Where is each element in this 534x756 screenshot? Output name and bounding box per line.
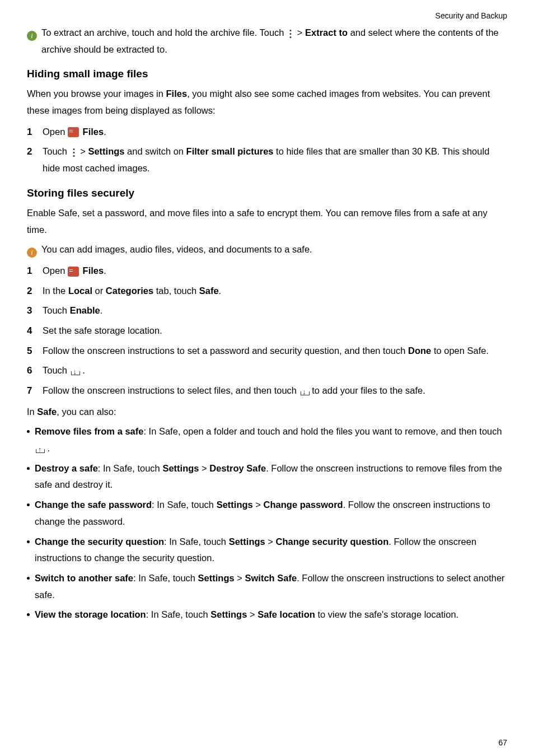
- text: : In Safe, touch: [98, 463, 163, 473]
- bold-text: Files: [83, 265, 104, 276]
- bold-text: Extract to: [305, 27, 348, 38]
- text: and switch on: [125, 146, 186, 156]
- bold-text: Safe: [199, 286, 219, 296]
- text: >: [199, 463, 209, 473]
- list-item: Open Files.: [27, 124, 507, 141]
- bold-text: Settings: [229, 536, 265, 547]
- bold-text: Enable: [70, 305, 100, 315]
- storing-steps-list: Open Files. In the Local or Categories t…: [27, 263, 507, 399]
- document-page: Security and Backup i To extract an arch…: [0, 0, 534, 756]
- text: In the: [43, 286, 68, 296]
- text: Touch: [43, 305, 70, 315]
- text: Open: [43, 265, 68, 276]
- text: >: [247, 609, 257, 619]
- text: , you can also:: [57, 407, 116, 417]
- bold-text: Settings: [210, 609, 247, 619]
- paragraph: In Safe, you can also:: [27, 404, 507, 421]
- bold-text: Switch to another safe: [35, 573, 133, 583]
- text: to view the safe's storage location.: [315, 609, 458, 619]
- bold-text: Settings: [162, 463, 199, 473]
- text: Touch: [43, 146, 70, 156]
- list-item: Follow the onscreen instructions to sele…: [27, 382, 507, 399]
- bold-text: Switch Safe: [245, 573, 297, 583]
- list-item: Set the safe storage location.: [27, 323, 507, 339]
- list-item: Remove files from a safe: In Safe, open …: [27, 423, 507, 456]
- bold-text: Categories: [106, 286, 153, 296]
- list-item: Change the security question: In Safe, t…: [27, 534, 507, 567]
- download-icon: [70, 366, 80, 376]
- text: Open: [43, 127, 68, 137]
- bold-text: Settings: [198, 573, 235, 583]
- text: >: [253, 500, 264, 510]
- text: .: [219, 286, 222, 296]
- text: : In Safe, open a folder and touch and h…: [143, 426, 502, 436]
- bold-text: Settings: [88, 146, 124, 156]
- bold-text: Destroy a safe: [35, 463, 98, 473]
- text: >: [78, 146, 88, 156]
- text: .: [80, 365, 85, 375]
- text: .: [100, 305, 103, 315]
- list-item: Touch > Settings and switch on Filter sm…: [27, 143, 507, 176]
- bold-text: Done: [408, 346, 431, 356]
- more-icon: [70, 147, 78, 157]
- bold-text: Change security question: [276, 536, 389, 547]
- info-icon: i: [27, 248, 37, 258]
- text: tab, touch: [153, 286, 199, 296]
- paragraph: When you browse your images in Files, yo…: [27, 86, 507, 119]
- bold-text: View the storage location: [35, 609, 146, 619]
- list-item: Change the safe password: In Safe, touch…: [27, 497, 507, 530]
- more-icon: [287, 29, 294, 39]
- bold-text: Files: [83, 127, 104, 137]
- bold-text: Safe location: [257, 609, 315, 619]
- text: >: [265, 536, 276, 547]
- list-item: Touch .: [27, 362, 507, 379]
- safe-options-list: Remove files from a safe: In Safe, open …: [27, 423, 507, 623]
- download-icon: [299, 386, 310, 396]
- files-icon: [68, 127, 79, 137]
- list-item: Switch to another safe: In Safe, touch S…: [27, 570, 507, 603]
- text: >: [297, 27, 305, 38]
- bold-text: Filter small pictures: [186, 146, 274, 156]
- bold-text: Settings: [217, 500, 253, 510]
- bold-text: Safe: [37, 407, 57, 417]
- list-item: In the Local or Categories tab, touch Sa…: [27, 283, 507, 300]
- bold-text: Change the safe password: [35, 500, 152, 510]
- bold-text: Local: [68, 286, 92, 296]
- list-item: Destroy a safe: In Safe, touch Settings …: [27, 460, 507, 493]
- text: .: [104, 265, 106, 276]
- text: To extract an archive, touch and hold th…: [41, 27, 287, 38]
- text: .: [45, 443, 50, 453]
- paragraph: Enable Safe, set a password, and move fi…: [27, 205, 507, 238]
- bold-text: Files: [166, 88, 188, 99]
- tip-safe: i You can add images, audio files, video…: [27, 241, 507, 258]
- text: When you browse your images in: [27, 88, 166, 99]
- bold-text: Remove files from a safe: [35, 426, 143, 436]
- files-icon: [68, 267, 79, 277]
- bold-text: Change the security question: [35, 536, 164, 547]
- text: Follow the onscreen instructions to set …: [43, 346, 408, 356]
- text: You can add images, audio files, videos,…: [41, 244, 312, 254]
- text: : In Safe, touch: [146, 609, 211, 619]
- text: Touch: [43, 365, 70, 375]
- text: .: [104, 127, 106, 137]
- info-icon: i: [27, 31, 37, 41]
- text: to add your files to the safe.: [310, 385, 425, 395]
- text: >: [235, 573, 245, 583]
- bold-text: Change password: [264, 500, 343, 510]
- text: : In Safe, touch: [164, 536, 229, 547]
- upload-icon: [35, 444, 45, 454]
- text: In: [27, 407, 37, 417]
- text: Follow the onscreen instructions to sele…: [43, 385, 299, 395]
- page-number: 67: [498, 738, 507, 747]
- heading-hiding: Hiding small image files: [27, 68, 507, 80]
- hiding-steps-list: Open Files. Touch > Settings and switch …: [27, 124, 507, 177]
- heading-storing: Storing files securely: [27, 187, 507, 199]
- section-header: Security and Backup: [27, 11, 507, 20]
- tip-extract: i To extract an archive, touch and hold …: [27, 25, 507, 58]
- list-item: Touch Enable.: [27, 302, 507, 319]
- text: or: [92, 286, 106, 296]
- list-item: View the storage location: In Safe, touc…: [27, 606, 507, 623]
- list-item: Open Files.: [27, 263, 507, 279]
- bold-text: Destroy Safe: [209, 463, 266, 473]
- text: to open Safe.: [431, 346, 489, 356]
